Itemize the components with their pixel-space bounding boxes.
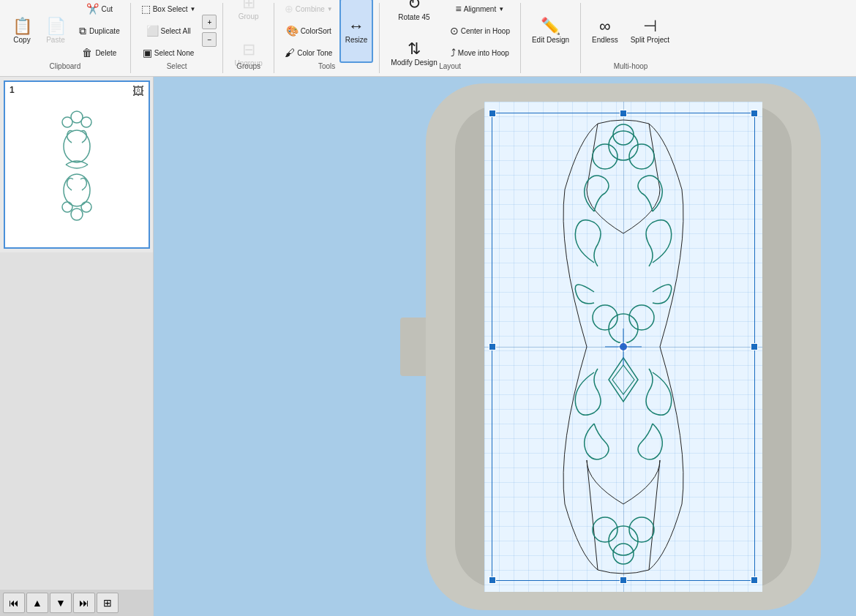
alignment-label: Alignment: [464, 5, 496, 13]
selection-box: [492, 113, 755, 581]
tools-col: ⊕ Combine ▼ 🎨 ColorSort 🖌 Color Tone: [280, 0, 337, 63]
left-panel-empty: [0, 252, 153, 590]
handle-bottom-center[interactable]: [620, 576, 627, 584]
endless-button[interactable]: ∞ Endless: [587, 9, 623, 53]
handle-top-right[interactable]: [751, 110, 758, 117]
copy-label: Copy: [13, 36, 30, 44]
duplicate-button[interactable]: ⧉ Duplicate: [75, 20, 124, 41]
box-select-label: Box Select: [153, 5, 188, 13]
handle-bottom-right[interactable]: [751, 576, 758, 584]
design-thumbnail-icon: 🖼: [132, 85, 144, 98]
svg-point-7: [71, 209, 83, 220]
rotate45-icon: ↻: [408, 0, 421, 12]
svg-point-1: [62, 117, 72, 127]
main-content: 1 🖼: [0, 77, 856, 616]
groups-label: Groups: [223, 62, 273, 70]
combine-arrow: ▼: [327, 6, 333, 12]
center-in-hoop-button[interactable]: ⊙ Center in Hoop: [446, 20, 514, 41]
group-label: Group: [239, 12, 259, 20]
select-none-button[interactable]: ▣ Select None: [138, 42, 198, 63]
colortone-icon: 🖌: [285, 48, 295, 58]
tools-inner: ⊕ Combine ▼ 🎨 ColorSort 🖌 Color Tone ↔ R…: [280, 0, 374, 63]
colorsort-button[interactable]: 🎨 ColorSort: [282, 20, 336, 41]
select-label: Select: [131, 62, 223, 70]
alignment-arrow: ▼: [498, 6, 504, 12]
clipboard-label: Clipboard: [0, 62, 130, 70]
resize-button[interactable]: ↔ Resize: [339, 0, 374, 63]
properties-button[interactable]: ⊞: [97, 593, 119, 613]
handle-top-center[interactable]: [620, 110, 627, 117]
delete-icon: 🗑: [82, 48, 92, 58]
rotate45-button[interactable]: ↻ Rotate 45: [393, 0, 435, 30]
modify-design-icon: ⇅: [408, 41, 421, 57]
delete-button[interactable]: 🗑 Delete: [78, 42, 121, 63]
split-project-button[interactable]: ⊣ Split Project: [626, 9, 675, 53]
move-up-button[interactable]: ▲: [26, 593, 48, 613]
layout-label: Layout: [380, 62, 520, 70]
handle-bottom-left[interactable]: [489, 576, 496, 584]
crosshair: [618, 342, 628, 352]
canvas-grid[interactable]: ◀: [484, 102, 762, 592]
edit-design-label: Edit Design: [532, 36, 569, 44]
bottom-nav: ⏮ ▲ ▼ ⏭ ⊞: [0, 590, 153, 616]
select-all-button[interactable]: ⬜ Select All: [142, 20, 195, 41]
design-number: 1: [10, 85, 15, 95]
move-first-icon: ⏮: [9, 597, 19, 609]
select-none-icon: ▣: [143, 48, 152, 58]
combine-label: Combine: [296, 5, 325, 13]
colortone-button[interactable]: 🖌 Color Tone: [280, 42, 337, 63]
center-in-hoop-label: Center in Hoop: [461, 27, 510, 35]
group-icon: ⊞: [242, 0, 255, 11]
cut-icon: ✂️: [86, 4, 99, 14]
select-none-label: Select None: [154, 49, 194, 57]
layout-group: ↻ Rotate 45 ⇅ Modify Design ≡ Alignment …: [380, 3, 521, 73]
select-add-button[interactable]: +: [202, 15, 217, 29]
move-into-hoop-label: Move into Hoop: [458, 49, 509, 57]
cut-label: Cut: [102, 5, 113, 13]
colortone-label: Color Tone: [297, 49, 332, 57]
move-into-hoop-icon: ⤴: [451, 48, 456, 58]
combine-icon: ⊕: [285, 4, 293, 14]
edit-design-button[interactable]: ✏️ Edit Design: [527, 9, 574, 53]
combine-button[interactable]: ⊕ Combine ▼: [280, 0, 337, 19]
design-preview-svg: [51, 106, 102, 223]
cut-button[interactable]: ✂️ Cut: [82, 0, 118, 19]
handle-top-left[interactable]: [489, 110, 496, 117]
move-down-icon: ▼: [56, 597, 66, 609]
box-select-arrow: ▼: [190, 6, 196, 12]
hoop-outer: ◀: [426, 83, 821, 610]
select-side-col: + −: [202, 0, 217, 63]
copy-button[interactable]: 📋 Copy: [6, 9, 38, 53]
select-main-col: ⬚ Box Select ▼ ⬜ Select All ▣ Select Non…: [137, 0, 200, 63]
box-select-icon: ⬚: [141, 4, 151, 14]
clipboard-secondary: ✂️ Cut ⧉ Duplicate 🗑 Delete: [75, 0, 124, 63]
handle-middle-left[interactable]: [489, 343, 496, 350]
copy-icon: 📋: [12, 18, 32, 34]
move-into-hoop-button[interactable]: ⤴ Move into Hoop: [446, 42, 514, 63]
endless-label: Endless: [592, 36, 618, 44]
paste-icon: 📄: [46, 18, 66, 34]
canvas-area[interactable]: ◀: [154, 77, 856, 616]
move-down-button[interactable]: ▼: [50, 593, 72, 613]
rotate45-label: Rotate 45: [398, 13, 429, 21]
box-select-button[interactable]: ⬚ Box Select ▼: [137, 0, 200, 19]
paste-label: Paste: [46, 36, 65, 44]
clipboard-group: 📋 Copy 📄 Paste ✂️ Cut ⧉ Duplicate 🗑 Dele: [0, 3, 131, 73]
tools-group: ⊕ Combine ▼ 🎨 ColorSort 🖌 Color Tone ↔ R…: [274, 3, 380, 73]
edit-design-icon: ✏️: [541, 18, 560, 34]
split-project-label: Split Project: [631, 36, 669, 44]
alignment-button[interactable]: ≡ Alignment ▼: [451, 0, 509, 19]
handle-middle-right[interactable]: [751, 343, 758, 350]
select-all-icon: ⬜: [146, 26, 159, 36]
colorsort-icon: 🎨: [286, 26, 299, 36]
move-to-first-button[interactable]: ⏮: [3, 593, 25, 613]
clipboard-col: 📋 Copy 📄 Paste: [6, 9, 72, 53]
group-button[interactable]: ⊞ Group: [229, 0, 267, 29]
duplicate-icon: ⧉: [79, 26, 86, 36]
paste-button[interactable]: 📄 Paste: [40, 9, 72, 53]
move-to-last-button[interactable]: ⏭: [73, 593, 95, 613]
move-up-icon: ▲: [32, 597, 42, 609]
select-remove-button[interactable]: −: [202, 32, 217, 47]
edit-group: ✏️ Edit Design: [521, 3, 581, 73]
design-thumbnail[interactable]: 1 🖼: [4, 80, 150, 249]
